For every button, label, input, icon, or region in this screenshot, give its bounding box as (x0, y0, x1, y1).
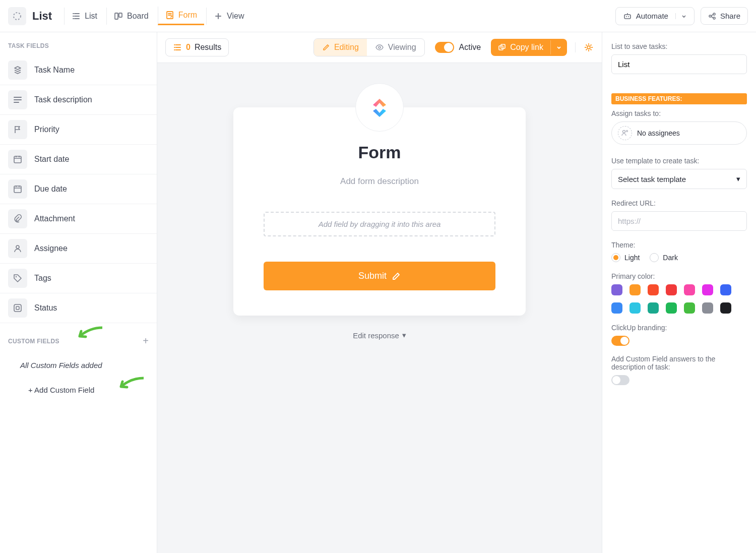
automate-label: Automate (636, 12, 668, 20)
submit-button[interactable]: Submit (264, 262, 495, 290)
svg-rect-10 (14, 156, 21, 163)
active-label: Active (459, 43, 481, 52)
field-status[interactable]: Status (0, 293, 157, 323)
eye-icon (375, 43, 384, 52)
tab-form[interactable]: Form (158, 7, 204, 25)
color-swatch[interactable] (666, 302, 677, 314)
field-label: Task description (34, 95, 92, 104)
automate-button[interactable]: Automate (615, 7, 695, 25)
copy-link-button[interactable]: Copy link (491, 39, 550, 56)
form-canvas: Form Add form description Add field by d… (157, 63, 602, 553)
page-title: List (32, 10, 52, 23)
color-swatch[interactable] (629, 284, 641, 295)
person-icon (8, 239, 27, 258)
center-area: 0 Results Editing Viewing Active (157, 32, 602, 553)
template-select[interactable]: Select task template ▾ (611, 169, 747, 189)
color-swatch[interactable] (629, 302, 641, 314)
active-switch[interactable] (435, 42, 454, 53)
theme-dark[interactable]: Dark (650, 253, 678, 262)
settings-panel: List to save tasks: BUSINESS FEATURES: A… (602, 32, 756, 553)
chevron-down-icon (675, 13, 687, 19)
assignee-selector[interactable]: No assignees (611, 121, 747, 145)
color-swatch[interactable] (611, 302, 622, 314)
tab-add-view-label: View (227, 12, 244, 21)
edit-view-toggle: Editing Viewing (313, 38, 425, 56)
color-swatch[interactable] (666, 284, 677, 295)
sidebar: TASK FIELDS Task Name Task description P… (0, 32, 157, 553)
color-grid (611, 284, 747, 314)
tab-board[interactable]: Board (106, 8, 156, 25)
share-button[interactable]: Share (701, 7, 748, 25)
color-swatch[interactable] (684, 284, 695, 295)
arrow-annotation-icon (75, 325, 104, 340)
svg-point-16 (379, 46, 381, 48)
svg-rect-14 (14, 304, 21, 312)
form-description[interactable]: Add form description (340, 176, 419, 187)
svg-point-13 (16, 276, 17, 277)
field-task-description[interactable]: Task description (0, 85, 157, 115)
custom-field-answers-label: Add Custom Field answers to the descript… (611, 355, 747, 371)
link-icon (498, 43, 506, 51)
field-task-name[interactable]: Task Name (0, 55, 157, 85)
form-logo[interactable] (355, 83, 404, 132)
color-swatch[interactable] (720, 284, 731, 295)
copy-link-dropdown[interactable] (550, 40, 567, 54)
radio-icon (611, 253, 620, 262)
svg-point-19 (587, 46, 590, 49)
custom-field-answers-switch[interactable] (611, 375, 629, 385)
svg-point-8 (713, 13, 715, 15)
add-custom-field-icon[interactable]: + (143, 335, 149, 347)
view-tabs: List Board Form View (64, 7, 251, 25)
tag-icon (8, 269, 27, 288)
add-custom-field-button[interactable]: + Add Custom Field (0, 378, 157, 402)
tab-list[interactable]: List (64, 8, 104, 25)
edit-response-button[interactable]: Edit response ▾ (353, 331, 406, 340)
svg-point-5 (626, 16, 627, 17)
redirect-input[interactable] (611, 211, 747, 231)
primary-color-label: Primary color: (611, 272, 747, 280)
tab-add-view[interactable]: View (206, 8, 251, 25)
branding-switch[interactable] (611, 336, 629, 346)
field-due-date[interactable]: Due date (0, 174, 157, 204)
svg-point-6 (628, 16, 629, 17)
svg-rect-15 (16, 306, 19, 310)
custom-fields-header: CUSTOM FIELDS + (0, 323, 157, 353)
status-icon (8, 298, 27, 318)
tab-list-label: List (85, 12, 97, 21)
color-swatch[interactable] (684, 302, 695, 314)
field-assignee[interactable]: Assignee (0, 234, 157, 264)
theme-light[interactable]: Light (611, 253, 640, 262)
color-swatch[interactable] (648, 284, 659, 295)
caret-down-icon: ▾ (402, 331, 406, 340)
field-drop-area[interactable]: Add field by dragging it into this area (264, 212, 495, 236)
color-swatch[interactable] (702, 284, 713, 295)
color-swatch[interactable] (611, 284, 622, 295)
editing-button[interactable]: Editing (314, 39, 367, 56)
share-label: Share (720, 12, 740, 20)
field-priority[interactable]: Priority (0, 115, 157, 145)
svg-rect-1 (115, 13, 118, 19)
task-fields-header: TASK FIELDS (0, 32, 157, 55)
color-swatch[interactable] (648, 302, 659, 314)
field-tags[interactable]: Tags (0, 264, 157, 293)
viewing-button[interactable]: Viewing (367, 39, 424, 56)
form-title[interactable]: Form (358, 143, 401, 162)
settings-button[interactable] (575, 42, 594, 52)
field-attachment[interactable]: Attachment (0, 204, 157, 234)
business-features-banner: BUSINESS FEATURES: (611, 93, 747, 104)
add-assignee-icon (618, 126, 632, 140)
color-swatch[interactable] (720, 302, 731, 314)
color-swatch[interactable] (702, 302, 713, 314)
share-icon (708, 12, 716, 20)
results-button[interactable]: 0 Results (165, 38, 229, 56)
field-label: Priority (34, 125, 59, 134)
active-toggle: Active (435, 42, 481, 53)
arrow-annotation-icon (116, 376, 145, 391)
board-icon (114, 12, 123, 21)
form-icon (165, 11, 174, 20)
list-save-input[interactable] (611, 54, 747, 74)
field-start-date[interactable]: Start date (0, 145, 157, 174)
editing-label: Editing (334, 43, 359, 52)
viewing-label: Viewing (388, 43, 416, 52)
svg-rect-11 (14, 186, 21, 193)
